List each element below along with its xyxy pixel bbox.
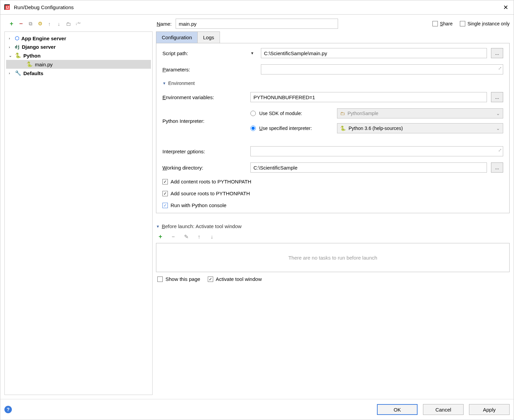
move-down-icon[interactable]: ↓ <box>56 21 62 27</box>
top-checkboxes: Share Single instance only <box>432 21 510 26</box>
tree-python[interactable]: ⌄🐍Python <box>6 51 151 60</box>
folder-module-icon: 🗀 <box>340 111 345 116</box>
cloud-icon: ⬡ <box>15 35 19 41</box>
chevron-down-icon: ⌄ <box>496 126 500 131</box>
chevron-down-icon: ⌄ <box>496 111 500 116</box>
parameters-label: Parameters: <box>162 67 246 72</box>
name-label: Name: <box>157 21 172 27</box>
script-path-row: Script path: ▼ ... <box>162 48 503 58</box>
sort-icon[interactable]: ↓ᴬᶻ <box>75 21 81 27</box>
sdk-module-dropdown: 🗀 PythonSample ⌄ <box>337 108 503 118</box>
tree-app-engine[interactable]: ›⬡App Engine server <box>6 34 151 43</box>
name-section: Name: Share Single instance only <box>157 19 510 29</box>
interpreter-options-input[interactable] <box>250 146 503 156</box>
environment-section-header[interactable]: ▼ Environment <box>162 81 503 86</box>
move-up-icon[interactable]: ↑ <box>46 21 52 27</box>
add-config-icon[interactable]: + <box>8 21 15 27</box>
parameters-row: Parameters: ▼ ⤢ <box>162 64 503 74</box>
tabs: Configuration Logs <box>156 31 510 43</box>
configuration-panel: Script path: ▼ ... Parameters: ▼ ⤢ <box>156 43 510 213</box>
disclosure-triangle-icon: ▼ <box>156 224 160 228</box>
working-directory-browse-button[interactable]: ... <box>491 162 503 173</box>
script-path-label: Script path: <box>162 50 246 56</box>
single-instance-checkbox[interactable]: Single instance only <box>460 21 510 26</box>
use-sdk-radio-row: Use SDK of module: 🗀 PythonSample ⌄ <box>250 108 503 118</box>
parameters-input[interactable] <box>261 64 503 74</box>
working-directory-input[interactable] <box>250 162 487 173</box>
specified-interpreter-dropdown[interactable]: 🐍 Python 3.6 (help-sources) ⌄ <box>337 123 503 133</box>
config-toolbar: + − ⧉ ⚙ ↑ ↓ 🗀 ↓ᴬᶻ <box>4 21 153 27</box>
use-sdk-radio[interactable] <box>250 111 256 116</box>
dialog-title: Run/Debug Configurations <box>14 4 501 10</box>
share-checkbox[interactable]: Share <box>432 21 452 26</box>
add-task-icon[interactable]: + <box>157 233 163 240</box>
run-console-checkbox[interactable]: Run with Python console <box>162 202 503 208</box>
remove-task-icon[interactable]: − <box>170 234 176 240</box>
ok-button[interactable]: OK <box>377 404 418 415</box>
apply-button[interactable]: Apply <box>469 404 510 415</box>
expand-icon[interactable]: ⤢ <box>498 66 502 71</box>
copy-config-icon[interactable]: ⧉ <box>27 21 33 27</box>
activate-tool-window-checkbox[interactable]: Activate tool window <box>208 276 262 282</box>
script-path-browse-button[interactable]: ... <box>491 48 503 58</box>
titlebar: IJ Run/Debug Configurations ✕ <box>0 0 514 15</box>
settings-icon[interactable]: ⚙ <box>37 21 43 27</box>
python-interpreter-icon: 🐍 <box>340 126 346 131</box>
use-sdk-label: Use SDK of module: <box>259 111 334 116</box>
move-task-up-icon[interactable]: ↑ <box>196 234 202 240</box>
python-icon: 🐍 <box>15 52 21 59</box>
svg-text:IJ: IJ <box>6 6 9 9</box>
env-vars-browse-button[interactable]: ... <box>491 92 503 102</box>
tree-main-py[interactable]: 🐍main.py <box>6 60 151 69</box>
name-input[interactable] <box>176 19 338 29</box>
before-launch-checks: Show this page Activate tool window <box>156 272 510 282</box>
environment-section-label: Environment <box>168 81 195 86</box>
env-vars-row: Environment variables: ... <box>162 92 503 102</box>
footer: ? OK Cancel Apply <box>0 399 514 420</box>
move-task-down-icon[interactable]: ↓ <box>209 234 215 240</box>
help-icon[interactable]: ? <box>4 406 12 413</box>
env-vars-label: Environment variables: <box>162 94 246 100</box>
disclosure-triangle-icon: ▼ <box>162 81 166 85</box>
config-tree: ›⬡App Engine server ›djDjango server ⌄🐍P… <box>5 32 152 80</box>
tasks-list: There are no tasks to run before launch <box>156 243 510 272</box>
django-icon: dj <box>15 45 20 49</box>
script-path-input[interactable] <box>261 48 487 58</box>
use-specified-radio[interactable] <box>250 126 256 131</box>
before-launch-section: ▼ Before launch: Activate tool window + … <box>156 223 510 282</box>
app-icon: IJ <box>4 4 11 11</box>
content-roots-checkbox[interactable]: Add content roots to PYTHONPATH <box>162 179 503 184</box>
python-interpreter-row: Python Interpreter: Use SDK of module: 🗀… <box>162 108 503 133</box>
python-interpreter-label: Python Interpreter: <box>162 118 246 124</box>
tasks-list-empty-text: There are no tasks to run before launch <box>288 255 377 261</box>
tree-django[interactable]: ›djDjango server <box>6 43 151 51</box>
edit-task-icon[interactable]: ✎ <box>183 234 189 240</box>
show-this-page-checkbox[interactable]: Show this page <box>157 276 200 282</box>
config-tree-panel: ›⬡App Engine server ›djDjango server ⌄🐍P… <box>4 31 153 395</box>
env-vars-input[interactable] <box>250 92 487 102</box>
right-panel: Configuration Logs Script path: ▼ ... Pa… <box>156 31 510 395</box>
remove-config-icon[interactable]: − <box>18 21 24 27</box>
wrench-icon: 🔧 <box>15 70 21 76</box>
cancel-button[interactable]: Cancel <box>423 404 464 415</box>
tab-logs[interactable]: Logs <box>197 31 220 43</box>
interpreter-options-label: Interpreter options: <box>162 149 246 154</box>
run-debug-dialog: IJ Run/Debug Configurations ✕ + − ⧉ ⚙ ↑ … <box>0 0 514 420</box>
before-launch-toolbar: + − ✎ ↑ ↓ <box>156 229 510 243</box>
before-launch-header[interactable]: ▼ Before launch: Activate tool window <box>156 223 510 229</box>
tree-defaults[interactable]: ›🔧Defaults <box>6 69 151 78</box>
tab-configuration[interactable]: Configuration <box>156 31 198 43</box>
footer-buttons: OK Cancel Apply <box>377 404 510 415</box>
close-button[interactable]: ✕ <box>501 4 510 11</box>
use-specified-radio-row: Use specified interpreter: 🐍 Python 3.6 … <box>250 123 503 133</box>
source-roots-checkbox[interactable]: Add source roots to PYTHONPATH <box>162 191 503 196</box>
working-directory-label: Working directory: <box>162 165 246 171</box>
expand-icon[interactable]: ⤢ <box>498 148 502 153</box>
folder-icon[interactable]: 🗀 <box>65 21 71 27</box>
working-directory-row: Working directory: ... <box>162 162 503 173</box>
split-container: ›⬡App Engine server ›djDjango server ⌄🐍P… <box>4 31 510 395</box>
interpreter-options-row: Interpreter options: ⤢ <box>162 146 503 156</box>
script-path-dropdown-icon[interactable]: ▼ <box>250 51 254 55</box>
dialog-body: + − ⧉ ⚙ ↑ ↓ 🗀 ↓ᴬᶻ Name: Share Single ins… <box>0 15 514 399</box>
top-row: + − ⧉ ⚙ ↑ ↓ 🗀 ↓ᴬᶻ Name: Share Single ins… <box>4 19 510 29</box>
